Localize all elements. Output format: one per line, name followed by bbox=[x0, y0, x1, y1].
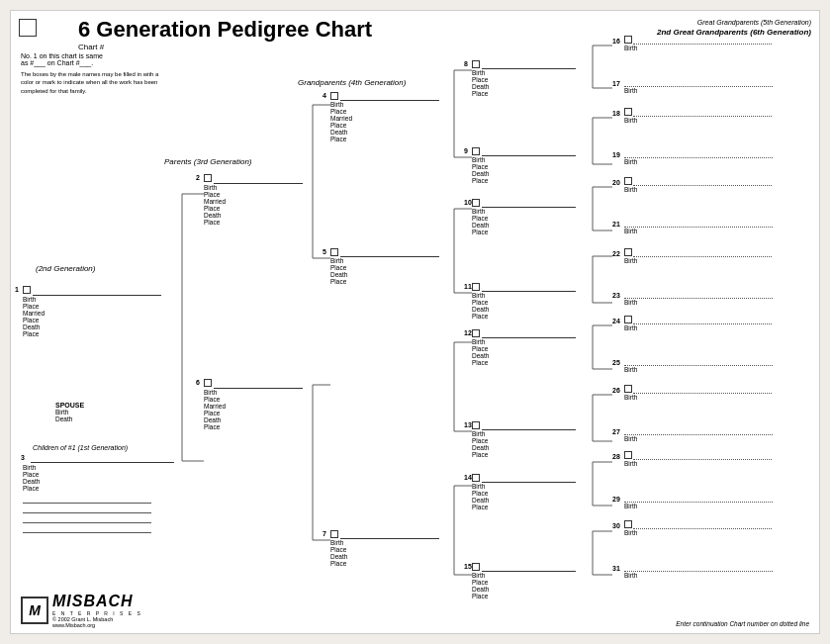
person-2: 2 BirthPlaceMarriedPlaceDeathPlace bbox=[204, 174, 313, 226]
person-10: 10 BirthPlaceDeathPlace bbox=[472, 199, 586, 235]
page: 6 Generation Pedigree Chart Chart # Grea… bbox=[10, 10, 820, 634]
person-15-num: 15 bbox=[464, 563, 472, 570]
person-9-num: 9 bbox=[464, 147, 468, 154]
person-7-num: 7 bbox=[323, 530, 326, 537]
person-11-num: 11 bbox=[464, 283, 472, 290]
person-2-num: 2 bbox=[196, 174, 200, 181]
p1-place-label: Place bbox=[23, 303, 176, 310]
person-31: 31 Birth bbox=[612, 563, 805, 579]
person-4: 4 BirthPlaceMarriedPlaceDeathPlace bbox=[330, 92, 449, 142]
page-title: 6 Generation Pedigree Chart bbox=[78, 19, 657, 41]
person-5-num: 5 bbox=[323, 248, 326, 255]
person-1-num: 1 bbox=[15, 286, 19, 293]
instruction-line2: as #___ on Chart #___. bbox=[21, 59, 159, 66]
p3-place-label: Place bbox=[23, 471, 176, 478]
p3-place2-label: Place bbox=[23, 485, 176, 492]
person-28: 28 Birth bbox=[612, 451, 805, 467]
gen5-label: Great Grandparents (5th Generation) bbox=[657, 19, 811, 26]
person-5: 5 BirthPlaceDeathPlace bbox=[330, 248, 449, 285]
gen2-label: (2nd Generation) bbox=[36, 264, 95, 273]
person-6: 6 BirthPlaceMarriedPlaceDeathPlace bbox=[204, 379, 313, 430]
person-21: 21 Birth bbox=[612, 219, 805, 234]
person-12-num: 12 bbox=[464, 329, 472, 336]
instruction-line1: No. 1 on this chart is same bbox=[21, 52, 159, 59]
spouse-label: SPOUSE bbox=[55, 402, 84, 409]
spouse-birth: Birth bbox=[55, 409, 84, 415]
person-13: 13 BirthPlaceDeathPlace bbox=[472, 421, 586, 458]
person-10-num: 10 bbox=[464, 199, 472, 206]
person-30: 30 Birth bbox=[612, 520, 805, 536]
p1-married-label: Married bbox=[23, 310, 176, 317]
person-3-num: 3 bbox=[21, 454, 25, 461]
gen3-label: Parents (3rd Generation) bbox=[164, 157, 252, 166]
logo-area: M MISBACH E N T E R P R I S E S © 2002 G… bbox=[21, 593, 142, 628]
person-26: 26 Birth bbox=[612, 385, 805, 401]
children-label: Children of #1 (1st Generation) bbox=[33, 444, 128, 451]
person-23: 23 Birth bbox=[612, 290, 805, 306]
person-7: 7 BirthPlaceDeathPlace bbox=[330, 530, 449, 567]
person-16: 16 Birth bbox=[612, 36, 805, 51]
chart-num: Chart # bbox=[78, 43, 657, 51]
continuation-note: Enter continuation Chart number on dotte… bbox=[676, 619, 809, 628]
person-8-num: 8 bbox=[464, 60, 468, 67]
person-22: 22 Birth bbox=[612, 248, 805, 264]
person-4-num: 4 bbox=[323, 92, 326, 99]
person-24: 24 Birth bbox=[612, 316, 805, 331]
logo-name: MISBACH bbox=[52, 593, 142, 610]
spouse-area: SPOUSE Birth Death bbox=[55, 402, 84, 422]
gen4-label: Grandparents (4th Generation) bbox=[298, 78, 406, 87]
person-19: 19 Birth bbox=[612, 149, 805, 165]
person-15: 15 BirthPlaceDeathPlace bbox=[472, 563, 586, 599]
person-9: 9 BirthPlaceDeathPlace bbox=[472, 147, 586, 184]
person-12: 12 BirthPlaceDeathPlace bbox=[472, 329, 586, 366]
person-11: 11 BirthPlaceDeathPlace bbox=[472, 283, 586, 320]
p1-place2-label: Place bbox=[23, 317, 176, 323]
person-29: 29 Birth bbox=[612, 494, 805, 509]
spouse-death: Death bbox=[55, 415, 84, 422]
person-27: 27 Birth bbox=[612, 426, 805, 442]
person-13-num: 13 bbox=[464, 421, 472, 428]
instruction-note: The boxes by the male names may be fille… bbox=[21, 70, 159, 95]
person-6-num: 6 bbox=[196, 379, 200, 386]
p1-place3-label: Place bbox=[23, 330, 176, 337]
person-17: 17 Birth bbox=[612, 78, 805, 94]
p3-death-label: Death bbox=[23, 478, 176, 485]
person-8: 8 BirthPlaceDeathPlace bbox=[472, 60, 586, 97]
person-3: 3 Birth Place Death Place bbox=[23, 454, 176, 535]
person-14-num: 14 bbox=[464, 474, 472, 481]
p1-birth-label: Birth bbox=[23, 296, 176, 303]
person-18: 18 Birth bbox=[612, 108, 805, 124]
p3-birth-label: Birth bbox=[23, 464, 176, 471]
person-20: 20 Birth bbox=[612, 177, 805, 193]
person-14: 14 BirthPlaceDeathPlace bbox=[472, 474, 586, 510]
logo-website: www.Misbach.org bbox=[52, 622, 142, 628]
person-1: 1 Birth Place Married Place Death Place bbox=[23, 286, 176, 337]
p1-death-label: Death bbox=[23, 323, 176, 330]
person-25: 25 Birth bbox=[612, 357, 805, 373]
